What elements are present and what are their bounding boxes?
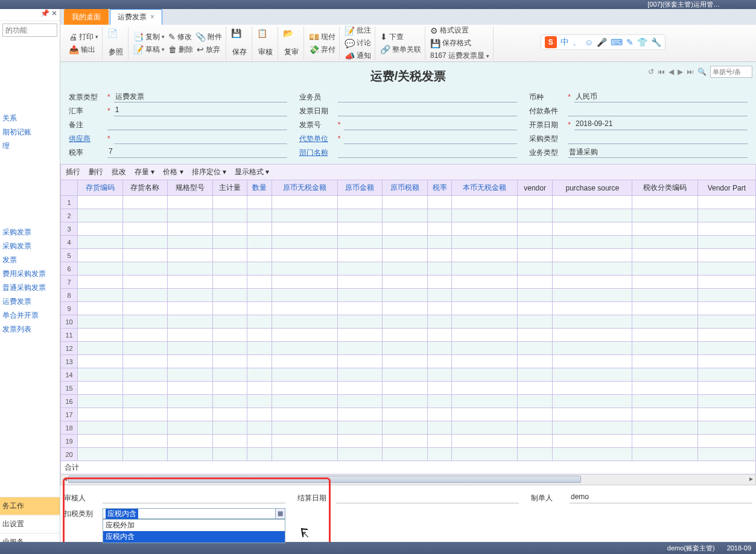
grid-cell[interactable] [697,289,755,302]
grid-cell[interactable] [383,448,428,461]
grid-cell[interactable] [383,395,428,408]
nav-item[interactable]: 发票 [0,253,60,267]
grid-cell[interactable] [553,289,632,302]
grid-cell[interactable] [427,315,452,329]
grid-cell[interactable] [247,236,272,249]
grid-cell[interactable] [632,368,697,382]
grid-cell[interactable] [168,236,213,249]
grid-cell[interactable] [697,302,755,315]
table-row[interactable]: 10 [61,315,756,329]
grid-cell[interactable] [452,236,517,249]
settledate-field[interactable] [336,493,519,503]
grid-cell[interactable] [452,275,517,289]
invoice-type-field[interactable]: 运费发票 [114,92,287,102]
nav-item[interactable]: 费用采购发票 [0,267,60,281]
grid-cell[interactable] [553,435,632,448]
grid-cell[interactable] [553,302,632,315]
grid-cell[interactable] [427,275,452,289]
grid-cell[interactable] [517,421,553,435]
output-button[interactable]: 📤输出 [69,45,95,55]
print-button[interactable]: 🖨打印▾ [69,32,98,42]
dropdown-icon[interactable]: ▦ [275,509,285,518]
table-row[interactable]: 1 [61,196,756,209]
table-row[interactable]: 8 [61,289,756,302]
grid-cell[interactable] [78,435,123,448]
grid-cell[interactable] [168,249,213,262]
fmtsave-button[interactable]: 💾保存格式 [430,38,471,48]
grid-cell[interactable] [78,355,123,368]
grid-cell[interactable] [553,448,632,461]
table-row[interactable]: 14 [61,368,756,382]
grid-cell[interactable] [427,395,452,408]
grid-cell[interactable] [78,209,123,222]
grid-cell[interactable] [247,302,272,315]
wholelink-button[interactable]: 🔗整单关联 [380,45,421,55]
grid-cell[interactable] [122,315,168,329]
grid-cell[interactable] [517,395,553,408]
grid-cell[interactable] [383,382,428,395]
grid-cell[interactable] [168,368,213,382]
grid-cell[interactable] [247,262,272,275]
grid-cell[interactable] [122,236,168,249]
grid-cell[interactable] [78,275,123,289]
batch-edit-button[interactable]: 批改 [112,167,126,177]
grid-cell[interactable] [383,262,428,275]
table-row[interactable]: 3 [61,222,756,236]
grid-cell[interactable] [337,408,383,421]
dept-field[interactable] [338,147,518,158]
grid-cell[interactable] [78,196,123,209]
salesman-field[interactable] [338,92,518,102]
grid-cell[interactable] [383,275,428,289]
grid-cell[interactable] [272,222,337,236]
grid-cell[interactable] [697,368,755,382]
grid-cell[interactable] [383,315,428,329]
grid-cell[interactable] [517,448,553,461]
grid-cell[interactable] [122,395,168,408]
grid-cell[interactable] [517,329,553,342]
grid-cell[interactable] [427,262,452,275]
grid-cell[interactable] [337,302,383,315]
grid-cell[interactable] [632,262,697,275]
grid-cell[interactable] [212,355,247,368]
grid-cell[interactable] [247,329,272,342]
table-row[interactable]: 5 [61,249,756,262]
grid-cell[interactable] [247,209,272,222]
grid-cell[interactable] [122,196,168,209]
grid-cell[interactable] [697,329,755,342]
grid-cell[interactable] [212,262,247,275]
grid-cell[interactable] [78,262,123,275]
grid-cell[interactable] [452,302,517,315]
grid-cell[interactable] [427,329,452,342]
grid-cell[interactable] [78,395,123,408]
grid-cell[interactable] [383,222,428,236]
grid-cell[interactable] [272,408,337,421]
grid-cell[interactable] [212,315,247,329]
grid-cell[interactable] [632,275,697,289]
taxrate-field[interactable]: 7 [107,147,287,158]
audit-button[interactable]: 📋审核 [253,27,278,60]
grid-cell[interactable] [553,408,632,421]
grid-cell[interactable] [517,382,553,395]
grid-cell[interactable] [168,262,213,275]
column-header[interactable]: 税率 [427,180,452,196]
grid-cell[interactable] [452,315,517,329]
biztype-field[interactable]: 普通采购 [568,147,748,158]
cashnow-button[interactable]: 💴现付 [309,32,335,42]
grid-cell[interactable] [337,249,383,262]
grid-cell[interactable] [168,289,213,302]
grid-cell[interactable] [168,275,213,289]
modify-button[interactable]: ✎修改 [168,32,192,42]
grid-cell[interactable] [272,342,337,355]
column-header[interactable]: purchase source [553,180,632,196]
nav-item[interactable]: 发票列表 [0,323,60,336]
first-icon[interactable]: ⏮ [658,68,665,76]
agent-label[interactable]: 代垫单位 [299,134,335,144]
grid-cell[interactable] [272,368,337,382]
grid-cell[interactable] [517,408,553,421]
table-row[interactable]: 6 [61,262,756,275]
grid-cell[interactable] [168,435,213,448]
grid-cell[interactable] [272,421,337,435]
column-header[interactable]: 存货编码 [78,180,123,196]
tab-close-icon[interactable]: × [150,13,154,21]
grid-cell[interactable] [697,209,755,222]
